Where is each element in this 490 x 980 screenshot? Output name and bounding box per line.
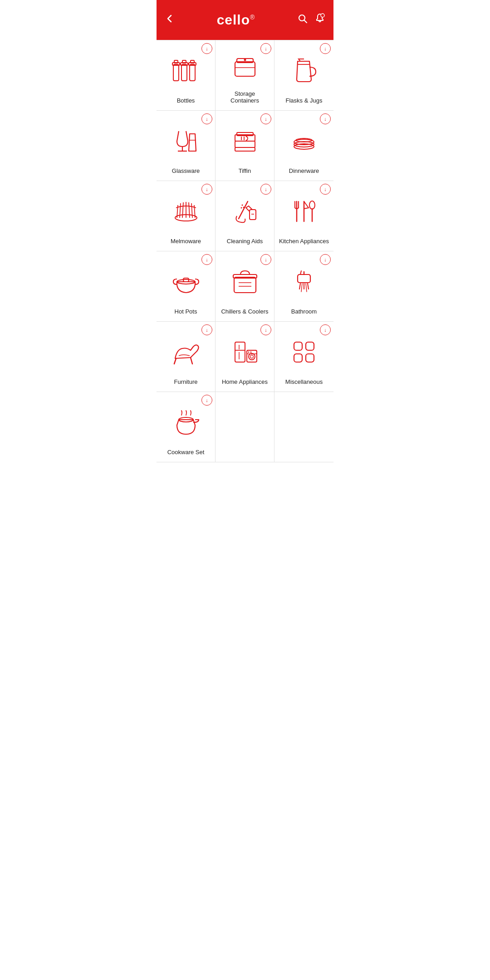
- svg-line-33: [189, 202, 190, 218]
- svg-line-59: [301, 284, 302, 292]
- icon-flasks: [279, 49, 329, 93]
- search-icon[interactable]: [297, 13, 308, 27]
- svg-line-56: [299, 284, 300, 289]
- label-furniture: Furniture: [174, 378, 197, 385]
- icon-misc: [279, 330, 329, 374]
- icon-chillers: [220, 260, 270, 304]
- category-grid: ↓ Bottles ↓: [157, 40, 333, 462]
- label-kitchen-appliances: Kitchen Appliances: [279, 238, 329, 245]
- icon-dinnerware: [279, 119, 329, 163]
- svg-point-69: [250, 355, 253, 358]
- icon-homeappliances: [220, 330, 270, 374]
- cell-cleaning-aids[interactable]: ↓ Cleaning Aids: [216, 181, 274, 251]
- svg-rect-20: [235, 147, 255, 151]
- cell-kitchen-appliances[interactable]: ↓ Kitchen Appliances: [274, 181, 333, 251]
- cell-cookware-set[interactable]: ↓ Cookware Set: [157, 392, 216, 462]
- label-flasks-jugs: Flasks & Jugs: [286, 97, 323, 104]
- svg-rect-4: [174, 60, 178, 63]
- cell-bathroom[interactable]: ↓ Bathroom: [274, 251, 333, 322]
- svg-rect-7: [182, 60, 186, 63]
- label-cleaning-aids: Cleaning Aids: [227, 238, 263, 245]
- label-bathroom: Bathroom: [291, 308, 317, 315]
- app-header: cello®: [157, 0, 333, 40]
- label-melmoware: Melmoware: [171, 238, 201, 245]
- icon-storage: [220, 49, 270, 86]
- svg-point-46: [309, 201, 315, 209]
- svg-line-60: [306, 284, 307, 292]
- label-tiffin: Tiffin: [239, 167, 251, 174]
- icon-hotpots: [161, 260, 211, 304]
- svg-rect-76: [306, 354, 314, 362]
- svg-line-58: [308, 284, 309, 289]
- svg-rect-49: [234, 277, 256, 293]
- icon-cookware: [161, 400, 211, 444]
- svg-line-55: [300, 271, 301, 274]
- cell-storage-containers[interactable]: ↓ Storage Containers: [216, 40, 274, 111]
- icon-bathroom: [279, 260, 329, 304]
- icon-glassware: [161, 119, 211, 163]
- svg-rect-2: [173, 64, 179, 81]
- cell-home-appliances[interactable]: ↓ Home Appliances: [216, 322, 274, 392]
- svg-rect-53: [298, 274, 310, 283]
- bell-icon[interactable]: [314, 13, 325, 27]
- svg-point-72: [250, 351, 251, 353]
- svg-point-71: [248, 351, 249, 353]
- svg-point-38: [243, 206, 244, 208]
- svg-rect-11: [235, 62, 255, 76]
- label-hot-pots: Hot Pots: [175, 308, 197, 315]
- label-chillers-coolers: Chillers & Coolers: [221, 308, 268, 315]
- svg-point-14: [244, 59, 246, 61]
- label-cookware-set: Cookware Set: [167, 449, 205, 456]
- icon-melmoware: [161, 189, 211, 233]
- cell-empty-2: [274, 392, 333, 462]
- icon-kitchen: [279, 189, 329, 233]
- svg-line-31: [182, 202, 183, 218]
- svg-line-62: [191, 358, 192, 364]
- cell-dinnerware[interactable]: ↓ Dinnerware: [274, 111, 333, 181]
- svg-point-39: [241, 204, 243, 206]
- cell-empty-1: [216, 392, 274, 462]
- svg-point-40: [240, 207, 242, 208]
- icon-furniture: [161, 330, 211, 374]
- svg-line-61: [174, 358, 176, 364]
- svg-rect-75: [294, 354, 302, 362]
- label-home-appliances: Home Appliances: [222, 378, 268, 385]
- back-button[interactable]: [165, 14, 175, 26]
- footer-space: [157, 462, 333, 517]
- icon-tiffin: [220, 119, 270, 163]
- label-glassware: Glassware: [172, 167, 200, 174]
- cell-glassware[interactable]: ↓ Glassware: [157, 111, 216, 181]
- cell-bottles[interactable]: ↓ Bottles: [157, 40, 216, 111]
- icon-bottles: [161, 49, 211, 93]
- svg-point-1: [321, 14, 324, 17]
- svg-rect-74: [306, 342, 314, 350]
- label-bottles: Bottles: [177, 97, 195, 104]
- cell-melmoware[interactable]: ↓ Melmoware: [157, 181, 216, 251]
- cell-hot-pots[interactable]: ↓ Hot Pots: [157, 251, 216, 322]
- svg-line-30: [180, 203, 181, 218]
- svg-line-34: [191, 203, 192, 218]
- svg-point-68: [249, 353, 255, 360]
- app-title: cello®: [217, 12, 255, 28]
- svg-rect-73: [294, 342, 302, 350]
- cell-furniture[interactable]: ↓ Furniture: [157, 322, 216, 392]
- svg-rect-10: [191, 60, 194, 63]
- cell-miscellaneous[interactable]: ↓ Miscellaneous: [274, 322, 333, 392]
- label-storage-containers: Storage Containers: [220, 90, 270, 104]
- label-miscellaneous: Miscellaneous: [285, 378, 323, 385]
- svg-rect-36: [250, 210, 256, 220]
- cell-tiffin[interactable]: ↓ Tiffin: [216, 111, 274, 181]
- icon-cleaning: [220, 189, 270, 233]
- svg-rect-19: [235, 141, 255, 147]
- svg-rect-5: [181, 64, 187, 81]
- cell-flasks-jugs[interactable]: ↓ Flasks & Jugs: [274, 40, 333, 111]
- cell-chillers-coolers[interactable]: ↓ Chillers & Coolers: [216, 251, 274, 322]
- svg-rect-63: [235, 342, 245, 362]
- svg-rect-8: [190, 64, 195, 81]
- label-dinnerware: Dinnerware: [289, 167, 319, 174]
